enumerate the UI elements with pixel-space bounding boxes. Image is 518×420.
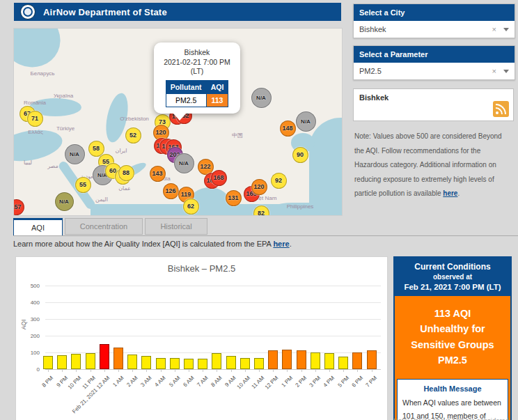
chart-bar[interactable] (113, 348, 123, 369)
chart-bar[interactable] (170, 358, 180, 369)
map-place-label: مصر (47, 163, 58, 169)
chart-x-tick-label: 3 PM (308, 375, 322, 389)
map-marker[interactable]: 71 (27, 111, 43, 127)
map-place-label: Ελλάς (28, 129, 43, 135)
current-conditions-header: Current Conditions observed at Feb 21, 2… (395, 258, 510, 296)
map-marker[interactable]: 92 (271, 173, 287, 189)
map-place-label: Türkiye (56, 125, 74, 132)
map-marker[interactable]: 168 (211, 170, 227, 186)
chart-bar[interactable] (184, 359, 194, 369)
map-marker[interactable]: 88 (118, 165, 134, 181)
chart-x-tick-label: 10 AM (236, 375, 251, 390)
map-marker[interactable]: 52 (125, 127, 141, 143)
parameter-select-value: PM2.5 (359, 67, 492, 75)
sidebar-note-link[interactable]: here (443, 189, 457, 197)
chart-bar[interactable] (71, 354, 81, 369)
tab-aqi[interactable]: AQI (13, 218, 63, 235)
tab-historical[interactable]: Historical (145, 218, 207, 235)
popup-aqi-value: 113 (206, 93, 228, 107)
map-marker[interactable]: 55 (75, 177, 91, 193)
chart-bar[interactable] (254, 358, 264, 369)
map-marker[interactable]: N/A (174, 153, 194, 173)
popup-pollutant-header: Pollutant (166, 80, 206, 93)
chart-x-tick-label: 7 PM (364, 375, 378, 389)
chart-x-tick-label: 4 PM (322, 375, 336, 389)
chart-x-tick-label: 2 PM (294, 375, 308, 389)
chart-x-tick-label: 1 PM (280, 375, 294, 389)
water-pacific (309, 118, 343, 216)
chart-x-tick-label: 3 AM (140, 375, 153, 388)
chart-y-tick-label: 200 (16, 333, 40, 339)
chart-bar[interactable] (57, 355, 67, 369)
map-marker[interactable]: 131 (226, 190, 242, 206)
chart-bar[interactable] (282, 350, 292, 369)
chart-x-tick-label: 6 AM (182, 375, 195, 388)
chart-x-tick-label: 5 AM (168, 375, 181, 388)
chart-bar[interactable] (240, 358, 250, 369)
map-marker[interactable]: 148 (280, 120, 296, 137)
popup-aqi-header: AQI (206, 80, 228, 93)
map-marker[interactable]: 58 (88, 141, 104, 157)
chart-x-tick-label: 4 AM (154, 375, 167, 388)
chart-bar[interactable] (324, 353, 334, 369)
chart-x-tick (161, 369, 162, 372)
map-place-label: ليبيا (24, 160, 32, 166)
chart-bar[interactable] (311, 352, 320, 369)
chart-gridline (45, 319, 381, 320)
clear-x-icon[interactable]: × (492, 67, 496, 75)
dropdown-arrow-icon[interactable] (503, 70, 509, 73)
chart-bar[interactable] (297, 350, 306, 369)
map-place-label: عمان (118, 185, 131, 192)
learn-more-line: Learn more about how the Air Quality Ind… (13, 240, 292, 248)
map-place-label: Україна (54, 93, 73, 99)
aqi-map[interactable]: БеларусьУкраїнаRomâniaTürkiyeΕλλάςO'zbek… (13, 28, 343, 216)
chart-bar[interactable] (268, 350, 278, 369)
chart-y-tick-label: 100 (16, 350, 40, 356)
parameter-select[interactable]: PM2.5 × (354, 63, 515, 79)
learn-more-link[interactable]: here (273, 240, 289, 248)
chart-bar[interactable] (141, 356, 151, 369)
tab-concentration[interactable]: Concentration (65, 218, 143, 235)
city-select[interactable]: Bishkek × (354, 21, 515, 38)
chart-x-tick-label: 11 AM (250, 375, 265, 390)
city-select-value: Bishkek (359, 25, 492, 33)
chart-bar[interactable] (352, 352, 362, 369)
current-conditions-title: Current Conditions (398, 262, 508, 272)
chart-x-tick-label: 12 PM (264, 375, 280, 391)
map-marker[interactable]: N/A (296, 111, 316, 132)
chart-bar[interactable] (198, 359, 207, 369)
aqi-pollutant: PM2.5 (399, 352, 506, 368)
chart-x-tick (189, 369, 189, 372)
map-marker[interactable]: N/A (55, 192, 74, 211)
chart-bar[interactable] (43, 356, 53, 369)
map-marker[interactable]: 126 (163, 183, 179, 199)
chart-gridline (45, 286, 381, 286)
popup-aqi-table: Pollutant AQI PM2.5 113 (166, 80, 229, 107)
map-marker[interactable]: 143 (150, 166, 166, 182)
map-marker[interactable]: 120 (251, 179, 267, 195)
map-place-label: România (24, 100, 46, 106)
chart-x-tick (357, 369, 358, 372)
chart-bar[interactable] (156, 358, 166, 369)
map-marker[interactable]: 62 (183, 199, 199, 215)
chart-bar[interactable] (86, 353, 95, 369)
chart-bar[interactable] (338, 357, 348, 369)
dropdown-arrow-icon[interactable] (503, 28, 509, 31)
rss-icon[interactable] (493, 101, 509, 117)
chart-bar[interactable] (367, 350, 377, 369)
chart-bar[interactable] (226, 356, 236, 369)
map-marker[interactable]: 90 (292, 147, 308, 163)
chart-x-tick (175, 369, 175, 372)
chart-x-tick (118, 369, 119, 372)
chart-x-tick (329, 369, 330, 372)
chart-bar[interactable] (100, 344, 109, 369)
map-marker[interactable]: 157 (13, 199, 24, 215)
chart-bar[interactable] (212, 353, 221, 369)
map-marker[interactable]: N/A (65, 144, 85, 164)
map-marker[interactable]: N/A (251, 88, 272, 108)
chart-y-tick-label: 300 (16, 316, 40, 322)
clear-x-icon[interactable]: × (492, 25, 496, 33)
chart-x-tick-label: 7 AM (196, 375, 209, 388)
state-seal-logo (20, 4, 36, 20)
chart-bar[interactable] (127, 355, 137, 369)
